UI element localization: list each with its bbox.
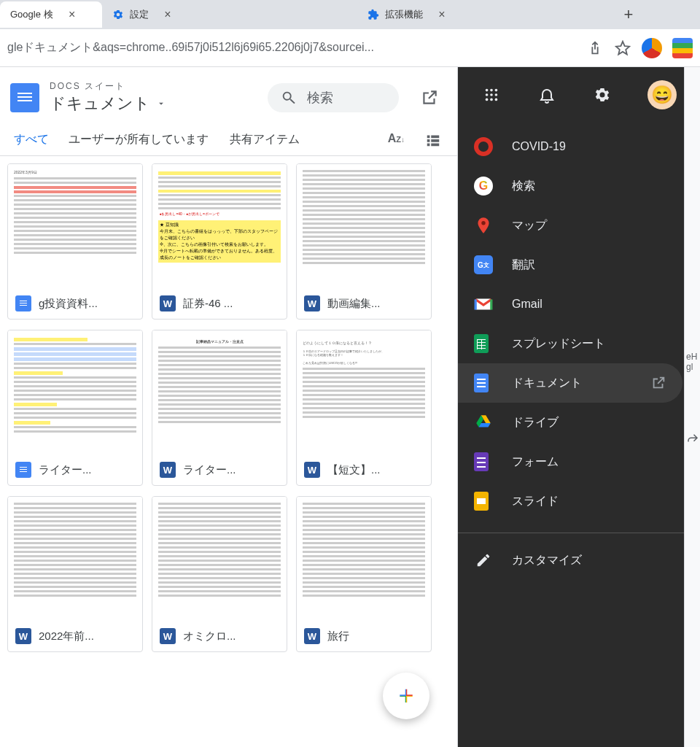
panel-item-label: マップ <box>512 218 684 233</box>
plus-icon: + <box>398 681 413 711</box>
apps-grid-icon[interactable] <box>481 85 502 105</box>
doc-card[interactable]: ●を見出し=40・●が見出し=ポーンで★ 豆知識 今月末、こちらの番組をはっっっ… <box>152 163 287 320</box>
panel-item[interactable]: COVID-19 <box>458 127 700 166</box>
word-icon: W <box>160 295 176 311</box>
search-placeholder: 検索 <box>307 89 333 107</box>
panel-item-label: ドライブ <box>512 415 684 430</box>
panel-item[interactable]: フォーム <box>458 442 700 481</box>
doc-caption: W 2022年前... <box>8 621 142 651</box>
search-icon <box>281 90 297 106</box>
doc-filename: 証券-46 ... <box>183 297 272 311</box>
tab-owned[interactable]: ユーザーが所有しています <box>66 125 211 153</box>
doc-card[interactable]: 記事納品マニュアル・注意点 W ライター... <box>152 330 287 486</box>
right-strip: eH gl <box>684 67 700 747</box>
doc-filename: ライター... <box>39 463 128 477</box>
panel-item-icon <box>474 137 493 156</box>
word-icon: W <box>160 462 176 478</box>
right-strip-text: eH gl <box>686 352 697 372</box>
google-apps-panel: 😄 COVID-19 G 検索 マップ G文 翻訳 Gmail スプレッドシート… <box>458 67 700 747</box>
product-name: ドキュメント <box>50 93 150 115</box>
doc-card[interactable]: W 動画編集... <box>296 163 432 320</box>
panel-item-icon <box>474 374 493 392</box>
doc-thumbnail <box>152 497 287 621</box>
doc-caption: W 旅行 <box>297 621 431 651</box>
doc-thumbnail <box>8 330 142 454</box>
doc-filename: 【短文】... <box>327 463 416 477</box>
doc-filename: ライター... <box>183 463 272 477</box>
doc-caption: W 動画編集... <box>297 288 431 319</box>
panel-item-icon <box>474 413 493 432</box>
panel-item-icon: G文 <box>474 255 493 274</box>
panel-item-label: スプレッドシート <box>512 336 684 352</box>
panel-item-label: ドキュメント <box>512 376 631 391</box>
doc-filename: 旅行 <box>327 630 416 643</box>
doc-card[interactable]: 2022年3月9日 g投資資料... <box>7 163 143 320</box>
share-out-icon[interactable] <box>686 432 699 445</box>
doc-caption: W ライター... <box>152 454 287 485</box>
panel-item-label: カスタマイズ <box>512 553 684 568</box>
browser-tab[interactable]: 拡張機能 × <box>357 1 612 28</box>
product-name-row[interactable]: ドキュメント <box>50 93 166 115</box>
doc-caption: W オミクロ... <box>152 621 287 651</box>
docs-tabs: すべて ユーザーが所有しています 共有アイテム AZ↓ <box>0 122 457 156</box>
panel-item[interactable]: G 検索 <box>458 166 700 206</box>
doc-card[interactable]: W 旅行 <box>296 496 432 652</box>
bell-icon[interactable] <box>537 85 557 105</box>
doc-card[interactable]: W オミクロ... <box>152 496 287 652</box>
view-list-icon[interactable] <box>425 132 441 148</box>
docs-icon <box>15 462 31 478</box>
panel-item[interactable]: ドキュメント <box>458 363 682 403</box>
extension-icon[interactable] <box>672 38 693 58</box>
panel-item[interactable]: ドライブ <box>458 403 700 442</box>
word-icon: W <box>304 628 320 644</box>
doc-filename: g投資資料... <box>39 297 128 311</box>
panel-item[interactable]: スライド <box>458 481 700 521</box>
panel-item[interactable]: マップ <box>458 206 700 245</box>
new-tab-button[interactable]: + <box>618 4 639 25</box>
star-icon[interactable] <box>614 39 631 57</box>
panel-item-label: 翻訳 <box>512 258 684 273</box>
doc-card[interactable]: どのようにして１０倍になると言える！？１０倍のエアードロップ且当日の記事で紹介い… <box>296 330 432 486</box>
search-input[interactable]: 検索 <box>268 83 399 112</box>
share-icon[interactable] <box>586 39 604 57</box>
panel-item[interactable]: G文 翻訳 <box>458 245 700 285</box>
panel-divider <box>458 533 700 533</box>
doc-caption: ライター... <box>8 454 142 485</box>
docs-logo-icon[interactable] <box>10 83 39 112</box>
doc-filename: 動画編集... <box>327 297 416 311</box>
browser-tab[interactable]: 設定 × <box>102 1 357 28</box>
doc-grid-wrap[interactable]: 2022年3月9日 g投資資料... ●を見出し=40・●が見出し=ポーンで★ … <box>0 156 457 747</box>
panel-item-customize[interactable]: カスタマイズ <box>458 541 700 580</box>
sort-icon[interactable]: AZ↓ <box>388 132 405 148</box>
browser-tab-strip: Google 検 × 設定 × 拡張機能 × + <box>0 0 700 29</box>
word-icon: W <box>304 295 320 311</box>
open-in-new-icon[interactable] <box>650 375 666 391</box>
tab-all[interactable]: すべて <box>10 125 52 153</box>
url-text[interactable]: gleドキュメント&aqs=chrome..69i57j0i512l6j69i6… <box>7 40 576 55</box>
svg-point-5 <box>495 93 498 96</box>
panel-item[interactable]: Gmail <box>458 285 700 324</box>
doc-card[interactable]: W 2022年前... <box>7 496 143 652</box>
close-icon[interactable]: × <box>66 9 78 20</box>
new-doc-fab[interactable]: + <box>383 673 429 719</box>
open-in-new-icon[interactable] <box>413 82 446 114</box>
svg-point-2 <box>495 89 498 92</box>
caret-down-icon <box>156 98 166 109</box>
doc-card[interactable]: ライター... <box>7 330 143 486</box>
tab-label: 設定 <box>130 8 149 21</box>
doc-thumbnail: 記事納品マニュアル・注意点 <box>152 330 287 454</box>
panel-item[interactable]: スプレッドシート <box>458 324 700 363</box>
doc-caption: W 【短文】... <box>297 454 431 485</box>
avatar[interactable]: 😄 <box>648 80 677 109</box>
gear-icon[interactable] <box>592 85 612 105</box>
svg-point-3 <box>486 93 489 96</box>
doc-filename: 2022年前... <box>39 630 128 643</box>
extension-icon[interactable] <box>642 38 662 58</box>
tab-shared[interactable]: 共有アイテム <box>225 125 305 153</box>
panel-item-icon <box>474 216 493 235</box>
close-icon[interactable]: × <box>436 9 448 20</box>
browser-tab-active[interactable]: Google 検 × <box>0 1 102 28</box>
doc-filename: オミクロ... <box>183 630 272 643</box>
svg-point-8 <box>495 98 498 101</box>
close-icon[interactable]: × <box>162 9 174 20</box>
